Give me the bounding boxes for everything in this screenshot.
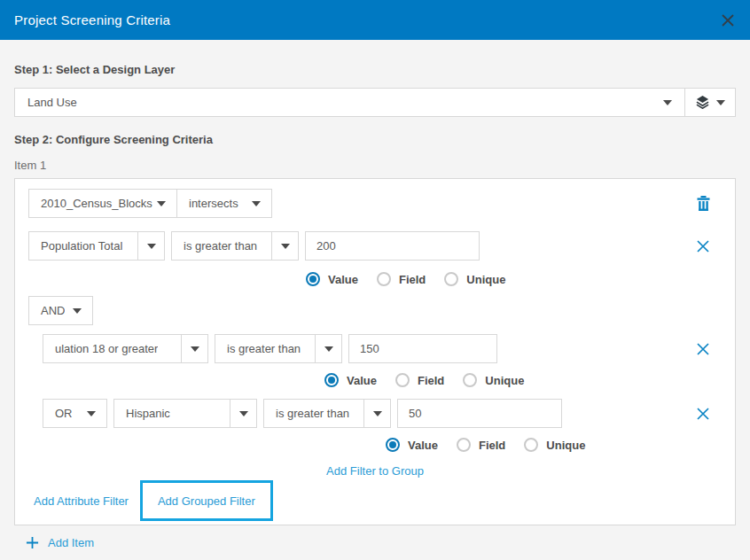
dialog-body: Step 1: Select a Design Layer Land Use S…: [0, 63, 750, 549]
chevron-down-button[interactable]: [181, 335, 207, 362]
radio-unique[interactable]: [463, 373, 477, 387]
radio-value-label: Value: [328, 273, 358, 286]
grouped-filter-row: ulation 18 or greater is greater than: [43, 334, 735, 363]
criteria-layer-select[interactable]: 2010_Census_Blocks: [28, 189, 177, 218]
close-icon: [697, 240, 709, 253]
focus-ring: Add Grouped Filter: [140, 480, 273, 521]
trash-icon: [697, 196, 710, 211]
join-operator-value: OR: [43, 407, 73, 420]
layers-icon: [696, 96, 709, 109]
add-item-row: Add Item: [26, 536, 736, 549]
chevron-down-icon: [239, 411, 248, 416]
operator-select[interactable]: is greater than: [215, 334, 342, 363]
project-screening-criteria-dialog: Project Screening Criteria Step 1: Selec…: [0, 0, 750, 560]
add-item-link[interactable]: Add Item: [48, 536, 94, 549]
radio-value-label: Value: [408, 439, 438, 452]
radio-value-label: Value: [347, 374, 377, 387]
radio-field[interactable]: [377, 272, 391, 286]
field-select[interactable]: Hispanic: [113, 399, 257, 428]
grouped-filter-row: OR Hispanic is greater than: [43, 399, 735, 428]
spatial-operator-select[interactable]: intersects: [176, 189, 272, 218]
dialog-title: Project Screening Criteria: [14, 12, 170, 27]
item-panel: 2010_Census_Blocks intersects: [14, 178, 736, 525]
field-select[interactable]: ulation 18 or greater: [43, 334, 208, 363]
close-icon[interactable]: [720, 12, 736, 28]
radio-unique[interactable]: [444, 272, 458, 286]
radio-value[interactable]: [306, 272, 320, 286]
chevron-down-icon: [157, 201, 166, 206]
remove-filter-button[interactable]: [695, 341, 711, 357]
layer-operator-row: 2010_Census_Blocks intersects: [28, 189, 735, 218]
filter-actions-row: Add Attribute Filter Add Grouped Filter: [34, 480, 735, 521]
delete-item-button[interactable]: [695, 196, 711, 212]
add-attribute-filter-link[interactable]: Add Attribute Filter: [34, 494, 129, 508]
radio-field[interactable]: [395, 373, 410, 387]
dialog-header: Project Screening Criteria: [0, 0, 750, 40]
join-operator-select[interactable]: OR: [43, 399, 107, 428]
step2-label: Step 2: Configure Screening Criteria: [14, 133, 736, 146]
item-label: Item 1: [14, 159, 736, 172]
filter-value-input[interactable]: [348, 334, 497, 363]
chevron-down-icon: [281, 244, 290, 249]
add-filter-to-group-row: Add Filter to Group: [15, 463, 735, 477]
radio-field-label: Field: [418, 374, 444, 387]
join-operator-select[interactable]: AND: [28, 296, 93, 325]
field-value: ulation 18 or greater: [43, 342, 158, 355]
operator-select[interactable]: is greater than: [263, 399, 391, 428]
chevron-down-button[interactable]: [230, 400, 256, 427]
spatial-operator-value: intersects: [177, 197, 238, 210]
chevron-down-icon: [252, 201, 261, 206]
radio-unique-label: Unique: [485, 374, 524, 387]
design-layer-value: Land Use: [15, 96, 77, 109]
plus-icon: [26, 536, 39, 549]
add-grouped-filter-link[interactable]: Add Grouped Filter: [158, 494, 255, 508]
join-operator-row: AND: [28, 296, 735, 325]
close-icon: [697, 408, 709, 420]
chevron-down-icon: [87, 411, 96, 416]
chevron-down-icon: [663, 100, 672, 105]
radio-unique-label: Unique: [466, 273, 505, 286]
design-layer-dropdown[interactable]: Land Use: [15, 89, 684, 116]
radio-unique[interactable]: [524, 438, 538, 452]
attribute-filter-row: Population Total is greater than: [28, 231, 735, 261]
chevron-down-icon: [73, 308, 82, 314]
remove-filter-button[interactable]: [695, 238, 711, 254]
filter-value-input[interactable]: [305, 231, 480, 261]
remove-filter-button[interactable]: [695, 406, 711, 422]
value-type-radio-group: Value Field Unique: [386, 438, 735, 452]
operator-value: is greater than: [264, 407, 349, 420]
radio-field-label: Field: [399, 273, 426, 286]
value-type-radio-group: Value Field Unique: [324, 373, 735, 387]
field-value: Population Total: [29, 239, 122, 253]
radio-field-label: Field: [479, 439, 505, 452]
filter-value-input[interactable]: [397, 399, 562, 428]
chevron-down-icon: [324, 346, 333, 352]
add-filter-to-group-link[interactable]: Add Filter to Group: [326, 464, 424, 478]
operator-value: is greater than: [172, 239, 257, 253]
step1-label: Step 1: Select a Design Layer: [14, 63, 736, 76]
layer-options-button[interactable]: [684, 89, 735, 116]
radio-field[interactable]: [457, 438, 471, 452]
operator-select[interactable]: is greater than: [171, 231, 299, 261]
operator-value: is greater than: [215, 342, 301, 355]
close-icon: [697, 343, 709, 355]
field-value: Hispanic: [114, 407, 170, 420]
chevron-down-icon: [147, 244, 156, 249]
chevron-down-button[interactable]: [137, 232, 164, 260]
radio-value[interactable]: [386, 438, 400, 452]
chevron-down-icon: [191, 346, 199, 352]
chevron-down-button[interactable]: [363, 400, 390, 427]
field-select[interactable]: Population Total: [28, 231, 165, 261]
chevron-down-button[interactable]: [271, 232, 298, 260]
chevron-down-icon: [716, 100, 725, 105]
chevron-down-button[interactable]: [315, 335, 341, 362]
join-operator-value: AND: [29, 304, 65, 317]
chevron-down-icon: [373, 411, 382, 416]
radio-unique-label: Unique: [546, 439, 585, 452]
criteria-layer-value: 2010_Census_Blocks: [29, 197, 152, 210]
value-type-radio-group: Value Field Unique: [306, 272, 735, 286]
radio-value[interactable]: [324, 373, 339, 387]
design-layer-select: Land Use: [14, 88, 736, 117]
